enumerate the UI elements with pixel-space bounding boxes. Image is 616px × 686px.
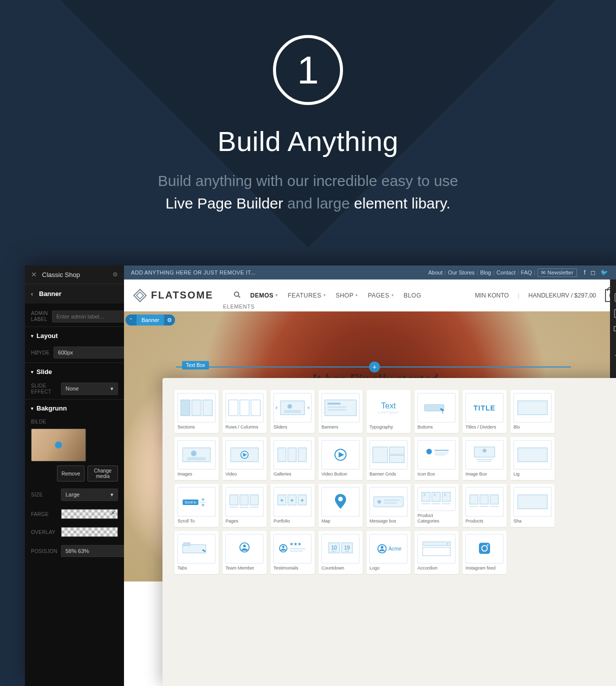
background-preview[interactable]: [31, 428, 86, 462]
rail-chevron-icon[interactable]: ›: [610, 266, 616, 280]
height-input[interactable]: [54, 346, 132, 358]
element-card[interactable]: Buttons: [414, 390, 458, 433]
close-icon[interactable]: ✕: [31, 270, 37, 278]
nav-features[interactable]: FEATURES▾: [288, 292, 326, 299]
account-link[interactable]: MIN KONTO: [475, 292, 509, 299]
element-card[interactable]: Image Box: [462, 437, 506, 480]
brand-logo[interactable]: FLATSOME: [133, 288, 214, 302]
element-card[interactable]: Video Button: [318, 437, 362, 480]
element-card[interactable]: Instagram feed: [462, 531, 506, 574]
svg-rect-5: [614, 326, 616, 331]
svg-rect-9: [203, 400, 212, 416]
element-card[interactable]: Blo: [510, 390, 554, 433]
element-card[interactable]: Tabs: [174, 531, 218, 574]
chevron-up-icon[interactable]: ⌃: [126, 314, 136, 326]
back-icon[interactable]: ‹: [31, 290, 33, 298]
element-card[interactable]: Sliders: [270, 390, 314, 433]
search-icon[interactable]: [234, 291, 240, 300]
svg-rect-81: [182, 544, 206, 553]
mobile-icon[interactable]: [610, 290, 616, 306]
add-icon[interactable]: +: [610, 348, 616, 364]
svg-point-104: [487, 544, 488, 546]
topbar-link-contact[interactable]: Contact: [496, 270, 516, 276]
element-thumb: [370, 487, 408, 516]
element-card[interactable]: ▾Accordion: [414, 531, 458, 574]
element-thumb: [274, 440, 312, 470]
element-card[interactable]: Team Member: [222, 531, 266, 574]
element-card[interactable]: Rows / Columns: [222, 390, 266, 433]
instagram-icon[interactable]: ◻: [590, 269, 596, 276]
announcement-bar: ADD ANYTHING HERE OR JUST REMOVE IT... A…: [124, 266, 616, 280]
twitter-icon[interactable]: 🐦: [600, 269, 608, 276]
banner-element-pill[interactable]: ⌃ Banner ⚙: [126, 314, 175, 326]
nav-shop[interactable]: SHOP▾: [336, 292, 358, 299]
element-thumb: [226, 534, 264, 564]
section-slide[interactable]: Slide: [25, 362, 124, 378]
tablet-icon[interactable]: [610, 306, 616, 322]
element-thumb: [322, 487, 360, 516]
section-layout[interactable]: Layout: [25, 326, 124, 342]
section-background[interactable]: Bakgrunn: [25, 399, 124, 415]
size-select[interactable]: Large▾: [61, 488, 118, 501]
element-card[interactable]: 1019DAYSMINCountdown: [318, 531, 362, 574]
svg-rect-19: [328, 409, 346, 410]
topbar-link-faq[interactable]: FAQ: [521, 270, 532, 276]
sidebar-title: Classic Shop: [42, 271, 112, 278]
svg-rect-82: [184, 543, 190, 546]
element-thumb: [514, 487, 552, 516]
element-card[interactable]: $$$Product Categories: [414, 484, 458, 527]
color-swatch[interactable]: [61, 509, 118, 519]
element-card[interactable]: AcmeLogo: [366, 531, 410, 574]
newsletter-button[interactable]: ✉ Newsletter: [538, 268, 577, 277]
logo-icon: [133, 288, 147, 302]
svg-rect-17: [328, 402, 340, 404]
element-card[interactable]: Pages: [222, 484, 266, 527]
element-card[interactable]: Lig: [510, 437, 554, 480]
textbox-label[interactable]: Text Box: [182, 361, 209, 370]
element-card[interactable]: Video: [222, 437, 266, 480]
element-thumb: TextLorem ipsum: [370, 393, 408, 422]
nav-demos[interactable]: DEMOS▾: [250, 292, 278, 299]
element-card[interactable]: Images: [174, 437, 218, 480]
change-media-button[interactable]: Change media: [88, 466, 118, 482]
nav-blog[interactable]: BLOG: [404, 292, 421, 299]
desktop-icon[interactable]: [610, 322, 616, 338]
element-thumb: [274, 393, 312, 422]
element-card[interactable]: Message box: [366, 484, 410, 527]
element-card[interactable]: Sections: [174, 390, 218, 433]
nav-elements[interactable]: ELEMENTS: [223, 304, 254, 310]
element-thumb: [226, 487, 264, 516]
element-card-label: Typography: [370, 424, 408, 430]
gear-icon[interactable]: ⚙: [112, 271, 118, 278]
element-card[interactable]: Sha: [510, 484, 554, 527]
topbar-link-about[interactable]: About: [428, 270, 442, 276]
svg-rect-29: [298, 448, 306, 462]
element-card[interactable]: ★★★Testimonials: [270, 531, 314, 574]
element-thumb: ★★★: [274, 534, 312, 564]
svg-rect-42: [518, 448, 547, 462]
element-card[interactable]: Banners: [318, 390, 362, 433]
element-card[interactable]: Products: [462, 484, 506, 527]
element-card[interactable]: Galleries: [270, 437, 314, 480]
element-card[interactable]: TITLETitles / Dividers: [462, 390, 506, 433]
topbar-link-blog[interactable]: Blog: [480, 270, 491, 276]
svg-point-60: [338, 496, 342, 501]
element-card[interactable]: TextLorem ipsumTypography: [366, 390, 410, 433]
facebook-icon[interactable]: f: [584, 269, 586, 276]
svg-text:Acme: Acme: [388, 546, 402, 552]
topbar-link-stores[interactable]: Our Stores: [448, 270, 474, 276]
nav-pages[interactable]: PAGES▾: [368, 292, 394, 299]
element-card[interactable]: Map: [318, 484, 362, 527]
element-card[interactable]: +++Portfolio: [270, 484, 314, 527]
overlay-swatch[interactable]: [61, 527, 118, 537]
svg-point-97: [380, 546, 384, 549]
svg-text:$: $: [434, 492, 436, 497]
element-card[interactable]: Banner Grids: [366, 437, 410, 480]
element-card[interactable]: Scroll toScroll To: [174, 484, 218, 527]
cart-link[interactable]: HANDLEKURV / $297,00: [528, 292, 596, 299]
element-card[interactable]: Icon Box: [414, 437, 458, 480]
remove-button[interactable]: Remove: [57, 466, 84, 482]
slide-effect-select[interactable]: None▾: [61, 382, 118, 395]
element-card-label: Banners: [322, 424, 360, 430]
admin-label-input[interactable]: [52, 310, 130, 322]
